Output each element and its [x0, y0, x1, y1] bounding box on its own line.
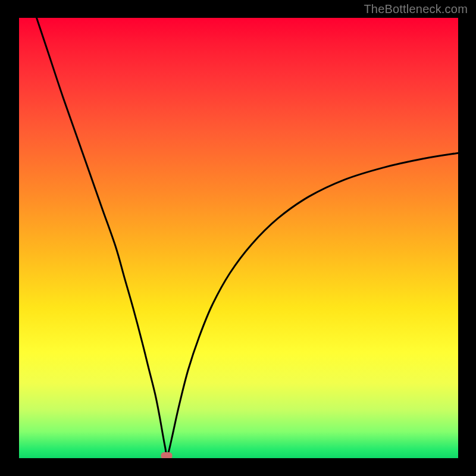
bottleneck-curve: [19, 18, 458, 458]
chart-stage: TheBottleneck.com: [0, 0, 476, 476]
watermark-text: TheBottleneck.com: [364, 2, 468, 16]
bottleneck-curve-path: [37, 18, 459, 456]
optimal-point-marker: [161, 452, 173, 458]
plot-area: [19, 18, 458, 458]
